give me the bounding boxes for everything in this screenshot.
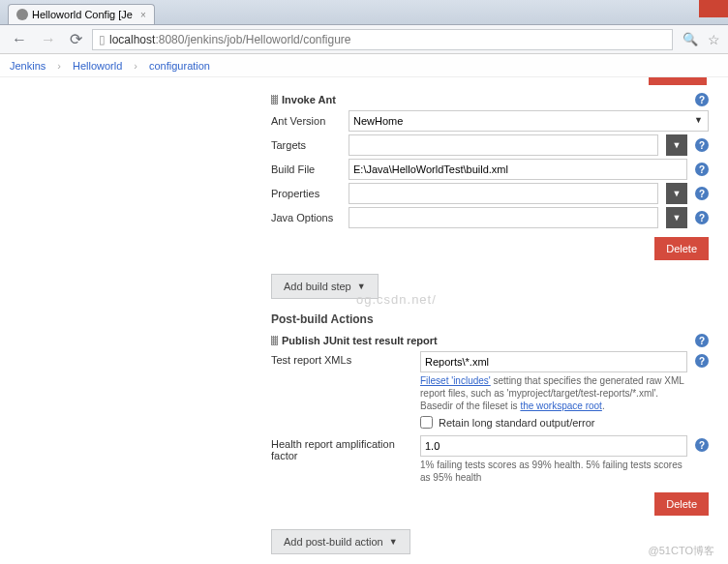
help-icon[interactable]: ? (695, 211, 709, 224)
properties-input[interactable] (349, 183, 658, 204)
junit-header: Publish JUnit test result report ? (271, 334, 709, 347)
page-icon: ▯ (99, 33, 106, 46)
post-build-heading: Post-build Actions (271, 312, 709, 326)
browser-tab[interactable]: Helloworld Config [Je × (8, 4, 155, 24)
chevron-down-icon: ▼ (357, 282, 366, 291)
delete-junit-button[interactable]: Delete (654, 492, 709, 516)
invoke-ant-header: Invoke Ant ? (271, 93, 709, 106)
health-amp-input[interactable] (420, 435, 687, 457)
help-icon[interactable]: ? (695, 187, 709, 200)
help-icon[interactable]: ? (695, 354, 709, 368)
browser-toolbar: ← → ⟳ ▯ localhost:8080/jenkins/job/Hello… (0, 25, 728, 54)
health-amp-label: Health report amplification factor (271, 435, 412, 461)
help-icon[interactable]: ? (695, 93, 709, 106)
tab-favicon (16, 9, 28, 20)
partial-button-edge (649, 77, 707, 85)
test-report-xmls-input[interactable] (420, 351, 687, 372)
retain-stdout-checkbox[interactable] (420, 416, 433, 429)
forward-icon[interactable]: → (37, 29, 60, 50)
health-hint: 1% failing tests scores as 99% health. 5… (420, 459, 687, 484)
retain-stdout-label: Retain long standard output/error (439, 417, 594, 429)
expand-icon[interactable]: ▼ (666, 134, 687, 156)
breadcrumb-jenkins[interactable]: Jenkins (10, 60, 46, 72)
breadcrumb-job[interactable]: Helloworld (73, 60, 122, 72)
ant-version-label: Ant Version (271, 115, 341, 127)
zoom-icon[interactable]: 🔍 (679, 30, 702, 48)
tab-close-icon[interactable]: × (140, 10, 146, 20)
junit-title: Publish JUnit test result report (282, 335, 695, 346)
add-post-build-button[interactable]: Add post-build action ▼ (271, 529, 410, 554)
targets-input[interactable] (349, 134, 658, 156)
fileset-includes-link[interactable]: Fileset 'includes' (420, 375, 491, 386)
help-icon[interactable]: ? (695, 138, 709, 152)
fileset-hint: Fileset 'includes' setting that specifie… (420, 374, 687, 412)
window-minimize[interactable] (641, 0, 670, 17)
expand-icon[interactable]: ▼ (666, 207, 687, 228)
bookmark-star-icon[interactable]: ☆ (708, 32, 720, 47)
breadcrumb-sep: › (134, 60, 137, 72)
breadcrumb: Jenkins › Helloworld › configuration (0, 54, 728, 77)
properties-label: Properties (271, 188, 341, 199)
build-file-input[interactable] (349, 159, 687, 180)
help-icon[interactable]: ? (695, 334, 709, 347)
help-icon[interactable]: ? (695, 163, 709, 176)
delete-ant-button[interactable]: Delete (654, 237, 709, 260)
java-options-input[interactable] (349, 207, 658, 228)
reload-icon[interactable]: ⟳ (66, 28, 86, 50)
java-options-label: Java Options (271, 212, 341, 223)
breadcrumb-page[interactable]: configuration (149, 60, 210, 72)
tab-title: Helloworld Config [Je (32, 9, 133, 20)
url-host: localhost (109, 33, 155, 46)
build-file-label: Build File (271, 163, 341, 175)
invoke-ant-title: Invoke Ant (282, 94, 695, 105)
help-icon[interactable]: ? (695, 438, 709, 452)
expand-icon[interactable]: ▼ (666, 183, 687, 204)
workspace-root-link[interactable]: the workspace root (520, 401, 602, 411)
back-icon[interactable]: ← (8, 29, 31, 50)
breadcrumb-sep: › (57, 60, 61, 72)
test-report-xmls-label: Test report XMLs (271, 351, 412, 366)
add-build-step-button[interactable]: Add build step ▼ (271, 274, 379, 299)
window-maximize[interactable] (670, 0, 699, 17)
add-build-step-label: Add build step (284, 281, 351, 292)
window-close[interactable] (699, 0, 728, 17)
drag-grip-icon[interactable] (271, 95, 278, 104)
ant-version-select[interactable]: NewHome (349, 110, 709, 132)
targets-label: Targets (271, 139, 341, 151)
add-post-build-label: Add post-build action (284, 536, 383, 548)
url-bar[interactable]: ▯ localhost:8080/jenkins/job/Helloworld/… (92, 29, 673, 50)
chevron-down-icon: ▼ (389, 537, 398, 547)
url-path: :8080/jenkins/job/Helloworld/configure (155, 33, 350, 46)
drag-grip-icon[interactable] (271, 336, 278, 345)
attribution: @51CTO博客 (649, 544, 714, 558)
